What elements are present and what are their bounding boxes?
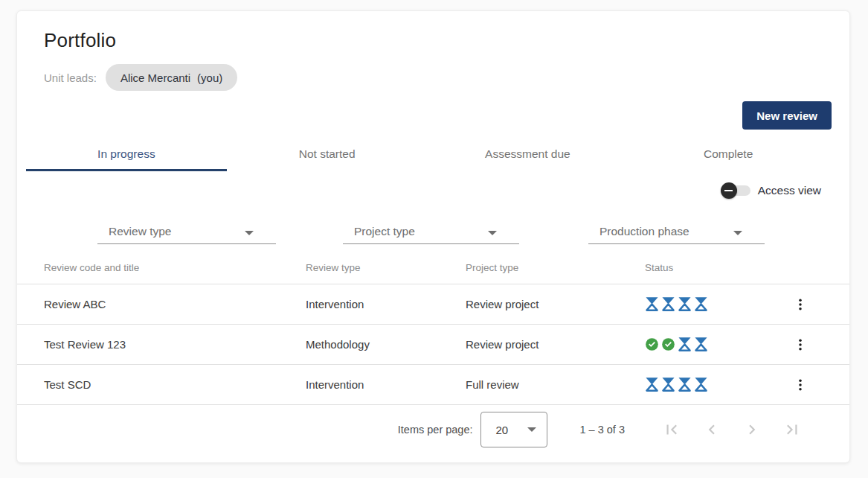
- production-phase-filter[interactable]: Production phase: [588, 222, 765, 244]
- unit-lead-chip[interactable]: Alice Mercanti (you): [106, 64, 237, 91]
- header-status: Status: [645, 262, 776, 273]
- tab-assessment-due[interactable]: Assessment due: [428, 138, 629, 171]
- table-body: Review ABC Intervention Review project: [17, 284, 849, 405]
- unit-leads-label: Unit leads:: [44, 71, 97, 84]
- hourglass-pending-icon: [694, 296, 708, 312]
- header-project-type: Project type: [466, 262, 645, 273]
- tab-in-progress[interactable]: In progress: [26, 138, 227, 171]
- project-type-cell: Review project: [466, 338, 645, 351]
- last-page-icon: [782, 420, 802, 439]
- unit-lead-you-suffix: (you): [197, 71, 222, 84]
- previous-page-button[interactable]: [692, 415, 732, 444]
- hourglass-pending-icon: [694, 377, 708, 392]
- review-type-filter[interactable]: Review type: [97, 222, 276, 244]
- hourglass-pending-icon: [678, 337, 692, 352]
- header-review-code-title: Review code and title: [44, 262, 306, 273]
- access-view-toggle[interactable]: [721, 182, 750, 200]
- first-page-icon: [662, 420, 681, 439]
- hourglass-pending-icon: [661, 296, 675, 312]
- chevron-down-icon: [527, 427, 536, 432]
- row-menu-button[interactable]: [787, 331, 814, 358]
- status-cell: [645, 337, 776, 352]
- project-type-filter[interactable]: Project type: [343, 222, 519, 244]
- production-phase-filter-label: Production phase: [599, 225, 689, 238]
- hourglass-pending-icon: [645, 377, 659, 392]
- tab-bar: In progress Not started Assessment due C…: [26, 138, 829, 171]
- review-type-cell: Intervention: [306, 298, 466, 310]
- items-per-page-label: Items per page:: [398, 424, 473, 436]
- hourglass-pending-icon: [694, 337, 708, 352]
- first-page-button[interactable]: [652, 415, 692, 444]
- status-cell: [645, 377, 776, 392]
- table-header-row: Review code and title Review type Projec…: [17, 262, 849, 284]
- access-view-label: Access view: [758, 184, 821, 197]
- table-row[interactable]: Test Review 123 Methodology Review proje…: [17, 325, 849, 365]
- hourglass-pending-icon: [661, 377, 675, 392]
- actions-row: New review: [17, 101, 849, 130]
- table-row[interactable]: Review ABC Intervention Review project: [17, 284, 849, 325]
- page-range-label: 1 – 3 of 3: [580, 424, 625, 436]
- access-view-row: Access view: [17, 182, 849, 200]
- page-size-select[interactable]: 20: [480, 412, 547, 447]
- review-title-cell: Test SCD: [44, 378, 306, 391]
- pager-nav: [652, 415, 812, 444]
- page-title: Portfolio: [44, 29, 849, 52]
- tab-complete[interactable]: Complete: [628, 138, 829, 171]
- toggle-knob-minus-icon: [721, 182, 737, 199]
- review-title-cell: Test Review 123: [44, 338, 306, 351]
- chevron-down-icon: [245, 231, 254, 235]
- project-type-cell: Full review: [466, 378, 645, 391]
- filters-row: Review type Project type Production phas…: [17, 222, 849, 244]
- project-type-cell: Review project: [466, 298, 645, 310]
- portfolio-card: Portfolio Unit leads: Alice Mercanti (yo…: [16, 10, 850, 463]
- review-type-cell: Methodology: [306, 338, 466, 351]
- kebab-menu-icon: [793, 297, 808, 312]
- row-menu-button[interactable]: [787, 372, 814, 398]
- kebab-menu-icon: [793, 377, 808, 392]
- row-menu-button[interactable]: [787, 291, 814, 318]
- check-circle-done-icon: [645, 337, 659, 352]
- paginator: Items per page: 20 1 – 3 of 3: [17, 408, 849, 451]
- chevron-down-icon: [733, 231, 742, 235]
- hourglass-pending-icon: [678, 377, 692, 392]
- next-page-button[interactable]: [732, 415, 772, 444]
- chevron-right-icon: [742, 420, 762, 439]
- hourglass-pending-icon: [645, 296, 659, 312]
- header-review-type: Review type: [306, 262, 466, 273]
- status-cell: [645, 296, 776, 312]
- kebab-menu-icon: [793, 337, 808, 352]
- project-type-filter-label: Project type: [354, 225, 415, 238]
- hourglass-pending-icon: [678, 296, 692, 312]
- chevron-down-icon: [488, 231, 497, 235]
- table-row[interactable]: Test SCD Intervention Full review: [17, 365, 849, 405]
- last-page-button[interactable]: [772, 415, 812, 444]
- page-size-value: 20: [496, 424, 509, 436]
- unit-lead-name: Alice Mercanti: [120, 71, 190, 84]
- chevron-left-icon: [702, 420, 721, 439]
- review-type-cell: Intervention: [306, 378, 466, 391]
- new-review-button[interactable]: New review: [742, 101, 832, 130]
- review-title-cell: Review ABC: [44, 298, 306, 310]
- check-circle-done-icon: [661, 337, 675, 352]
- tab-not-started[interactable]: Not started: [227, 138, 428, 171]
- review-type-filter-label: Review type: [109, 225, 171, 238]
- unit-leads-row: Unit leads: Alice Mercanti (you): [44, 64, 849, 91]
